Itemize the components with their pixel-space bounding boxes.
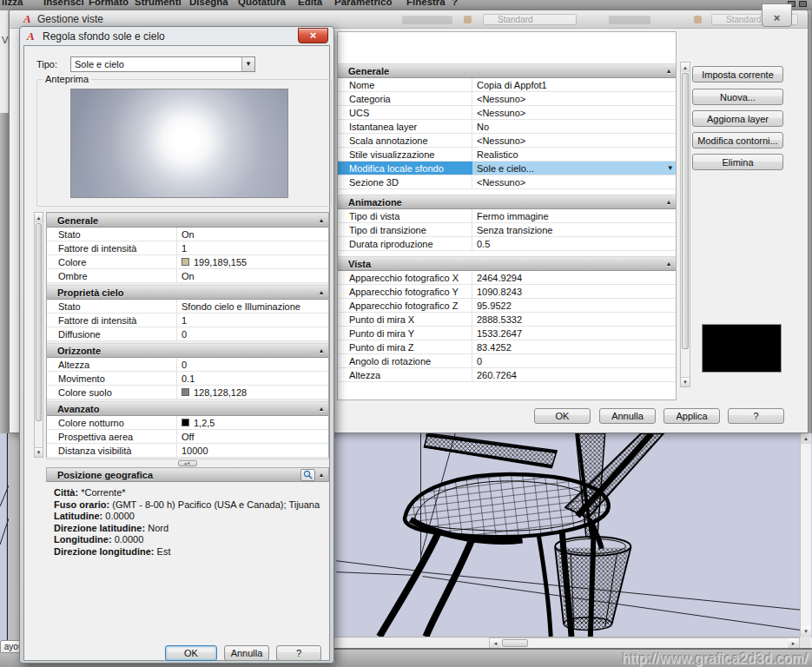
property-value[interactable]: 0.5 xyxy=(472,237,676,250)
close-button[interactable]: × xyxy=(298,28,328,43)
property-value[interactable]: No xyxy=(472,120,676,133)
property-value[interactable]: 1 xyxy=(177,314,328,327)
menu-item[interactable]: Disegna xyxy=(189,0,228,7)
scroll-up-icon[interactable]: ▴ xyxy=(35,213,43,222)
collapse-arrow-icon[interactable]: ▴ xyxy=(667,198,670,206)
properties-scrollbar[interactable]: ▴ ▾ xyxy=(680,62,690,387)
property-value[interactable]: 2888.5332 xyxy=(472,313,676,326)
property-row[interactable]: Durata riproduzione0.5 xyxy=(338,237,676,251)
menu-item[interactable]: Finestra xyxy=(406,0,446,7)
property-row[interactable]: Fattore di intensità1 xyxy=(47,241,328,255)
annulla-button[interactable]: Annulla xyxy=(599,408,656,424)
tipo-combobox[interactable]: Sole e cielo ▾ xyxy=(70,56,255,72)
scroll-right-icon[interactable]: ▸ xyxy=(788,638,799,648)
splitter-handle-icon[interactable]: ▴▾ xyxy=(178,460,197,466)
section-header-proprieta-cielo[interactable]: Proprietà cielo ▴ xyxy=(47,285,328,300)
property-row[interactable]: Fattore di intensità1 xyxy=(47,314,328,327)
property-row[interactable]: Apparecchio fotografico X2464.9294 xyxy=(338,271,676,285)
property-row[interactable]: Altezza0 xyxy=(47,358,328,372)
property-value[interactable]: 0.1 xyxy=(177,372,328,385)
property-value[interactable]: Realistico xyxy=(472,148,676,161)
section-header-generale[interactable]: Generale ▴ xyxy=(47,213,328,228)
section-header-orizzonte[interactable]: Orizzonte ▴ xyxy=(47,343,328,358)
property-row[interactable]: Tipo di vistaFermo immagine xyxy=(338,209,676,223)
collapse-arrow-icon[interactable]: ▴ xyxy=(667,67,670,75)
section-header-vista[interactable]: Vista ▴ xyxy=(338,256,676,271)
menu-item[interactable]: Inserisci xyxy=(43,0,84,7)
property-row[interactable]: Categoria<Nessuno> xyxy=(338,92,676,106)
section-header-animazione[interactable]: Animazione ▴ xyxy=(338,195,676,209)
section-header-posizione-geografica[interactable]: Posizione geografica ▴ xyxy=(46,467,329,482)
property-row-selected[interactable]: Modifica locale sfondo Sole e cielo...▾ xyxy=(338,162,676,175)
scroll-up-icon[interactable]: ▴ xyxy=(801,433,811,444)
property-row[interactable]: StatoOn xyxy=(47,228,328,241)
imposta-corrente-button[interactable]: Imposta corrente xyxy=(692,66,783,83)
dropdown-arrow-icon[interactable]: ▾ xyxy=(668,163,672,172)
property-value[interactable]: 0 xyxy=(472,354,676,367)
property-value[interactable]: Copia di Appfot1 xyxy=(472,78,676,91)
property-row[interactable]: StatoSfondo cielo e Illuminazione xyxy=(47,300,328,314)
elimina-button[interactable]: Elimina xyxy=(692,154,783,170)
geographic-location-button[interactable] xyxy=(300,469,315,481)
menu-item[interactable]: Formato xyxy=(89,0,129,7)
collapse-arrow-icon[interactable]: ▴ xyxy=(667,260,670,267)
aggiorna-layer-button[interactable]: Aggiorna layer xyxy=(692,110,783,127)
scrollbar-thumb[interactable] xyxy=(36,223,42,421)
property-row[interactable]: Movimento0.1 xyxy=(47,372,328,386)
vertical-scrollbar[interactable]: ▴ ▾ xyxy=(800,433,811,637)
property-row[interactable]: Diffusione0 xyxy=(47,327,328,341)
property-row[interactable]: Distanza visibilità10000 xyxy=(47,444,328,458)
3d-viewport[interactable] xyxy=(334,433,812,637)
property-row[interactable]: Punto di mira Y1533.2647 xyxy=(338,327,676,340)
property-value[interactable]: 95.9522 xyxy=(472,299,676,312)
property-row[interactable]: Colore notturno 1,2,5 xyxy=(47,416,328,430)
menu-item[interactable]: ? xyxy=(452,0,458,7)
scroll-up-icon[interactable]: ▴ xyxy=(681,63,690,72)
property-value[interactable]: 1,2,5 xyxy=(177,416,328,429)
collapse-arrow-icon[interactable]: ▴ xyxy=(320,216,323,224)
scrollbar-thumb[interactable] xyxy=(682,73,689,349)
property-row[interactable]: Apparecchio fotografico Y1090.8243 xyxy=(338,285,676,299)
help-button[interactable]: ? xyxy=(728,408,784,424)
section-header-generale[interactable]: Generale ▴ xyxy=(338,63,676,78)
help-button[interactable]: ? xyxy=(276,645,321,661)
ok-button[interactable]: OK xyxy=(534,408,591,424)
scroll-down-icon[interactable]: ▾ xyxy=(801,626,811,637)
property-value[interactable]: 10000 xyxy=(177,444,328,457)
nuova-button[interactable]: Nuova... xyxy=(692,89,783,105)
property-row[interactable]: Apparecchio fotografico Z95.9522 xyxy=(338,299,676,313)
property-row[interactable]: Punto di mira Z83.4252 xyxy=(338,340,676,354)
grid-scrollbar[interactable]: ▴ ▾ xyxy=(34,212,43,458)
close-button[interactable]: × xyxy=(762,3,792,27)
menu-item[interactable]: Quotatura xyxy=(238,0,286,7)
annulla-button[interactable]: Annulla xyxy=(224,645,269,661)
property-row[interactable]: Tipo di transizioneSenza transizione xyxy=(338,223,676,237)
applica-button[interactable]: Applica xyxy=(663,408,720,424)
property-value[interactable]: Senza transizione xyxy=(472,223,676,236)
property-row[interactable]: Punto di mira X2888.5332 xyxy=(338,313,676,327)
property-value[interactable]: <Nessuno> xyxy=(472,134,676,147)
property-row[interactable]: Sezione 3D<Nessuno> xyxy=(338,175,676,189)
property-value[interactable]: 1 xyxy=(177,241,328,254)
menu-item[interactable]: Edita xyxy=(298,0,322,7)
collapse-arrow-icon[interactable]: ▴ xyxy=(320,347,323,354)
property-row[interactable]: Stile visualizzazioneRealistico xyxy=(338,148,676,162)
property-value-combo[interactable]: Sole e cielo...▾ xyxy=(472,162,676,175)
menu-item[interactable]: Parametrico xyxy=(334,0,392,7)
sun-sky-dialog-titlebar[interactable]: A Regola sfondo sole e cielo × xyxy=(23,28,330,45)
property-row[interactable]: Istantanea layerNo xyxy=(338,120,676,134)
property-value[interactable]: Off xyxy=(177,430,328,443)
scroll-down-icon[interactable]: ▾ xyxy=(681,377,690,386)
property-value[interactable]: 260.7264 xyxy=(472,368,676,381)
property-value[interactable]: 1090.8243 xyxy=(472,285,676,298)
horizontal-scrollbar-thumb[interactable] xyxy=(502,639,528,647)
property-value[interactable]: 1533.2647 xyxy=(472,327,676,340)
property-value[interactable]: <Nessuno> xyxy=(472,175,676,188)
scroll-left-icon[interactable]: ◂ xyxy=(490,638,501,648)
property-value[interactable]: Sfondo cielo e Illuminazione xyxy=(177,300,328,313)
property-value[interactable]: <Nessuno> xyxy=(472,106,676,119)
property-row[interactable]: Prospettiva aereaOff xyxy=(47,430,328,444)
property-value[interactable]: 2464.9294 xyxy=(472,271,676,284)
close-window-icon[interactable] xyxy=(799,1,807,7)
property-value[interactable]: <Nessuno> xyxy=(472,92,676,105)
